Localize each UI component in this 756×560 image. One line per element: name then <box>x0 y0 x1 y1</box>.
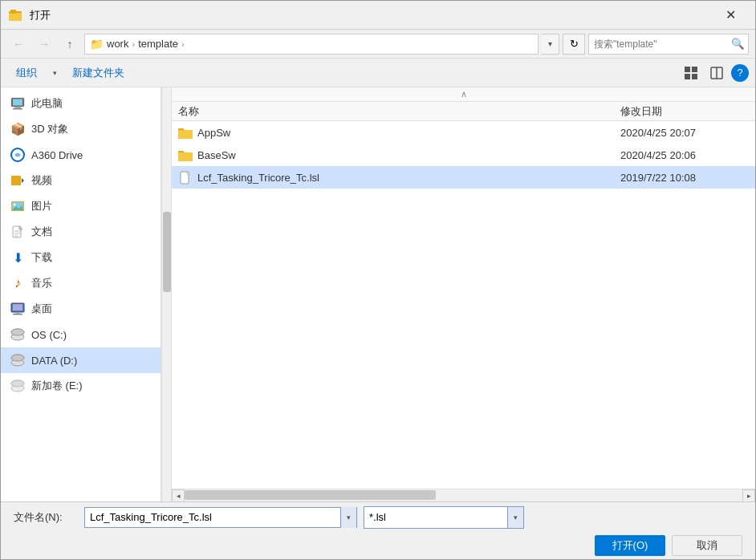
open-button[interactable]: 打开(O) <box>595 535 665 556</box>
file-name-appsw: AppSw <box>197 127 616 139</box>
file-list: AppSw 2020/4/25 20:07 BaseSw 2020/4/25 2… <box>172 121 755 489</box>
col-name-header[interactable]: 名称 <box>178 104 620 119</box>
folder-icon-appsw <box>178 125 193 140</box>
sidebar-label-music: 音乐 <box>31 276 52 290</box>
address-bar: 📁 work › template › <box>84 34 539 55</box>
horizontal-scrollbar[interactable]: ◂ ▸ <box>172 489 755 501</box>
address-segment-template[interactable]: template <box>138 38 178 50</box>
svg-rect-28 <box>13 314 22 315</box>
help-button[interactable]: ? <box>731 64 749 82</box>
back-button[interactable]: ← <box>7 33 30 55</box>
sidebar-label-os-c: OS (C:) <box>31 329 67 341</box>
sidebar-label-documents: 文档 <box>31 225 52 239</box>
svg-rect-11 <box>14 107 21 108</box>
svg-rect-1 <box>9 13 22 21</box>
sidebar-item-documents[interactable]: 文档 <box>1 219 161 245</box>
sidebar-item-this-pc[interactable]: 此电脑 <box>1 91 161 116</box>
cancel-button[interactable]: 取消 <box>672 535 742 556</box>
refresh-button[interactable]: ↻ <box>563 34 585 55</box>
dialog-icon <box>7 7 23 23</box>
scroll-track[interactable] <box>185 489 742 501</box>
a360-icon <box>10 148 25 162</box>
sidebar-label-data-d: DATA (D:) <box>31 355 77 367</box>
sort-up-arrow: ∧ <box>461 89 467 99</box>
sidebar-item-downloads[interactable]: ⬇ 下载 <box>1 245 161 270</box>
this-pc-icon <box>10 96 25 111</box>
address-chevron-1: › <box>132 39 135 49</box>
buttons-row: 打开(O) 取消 <box>14 535 742 556</box>
content-area: 此电脑 📦 3D 对象 A360 Drive <box>1 87 755 501</box>
sidebar-item-data-d[interactable]: DATA (D:) <box>1 347 161 373</box>
navigation-bar: ← → ↑ 📁 work › template › ▾ ↻ 🔍 <box>1 30 755 59</box>
scroll-left-button[interactable]: ◂ <box>172 489 185 501</box>
scroll-right-button[interactable]: ▸ <box>742 489 755 501</box>
os-c-icon <box>10 327 25 342</box>
search-box: 🔍 <box>588 34 749 55</box>
sidebar-item-desktop[interactable]: 桌面 <box>1 296 161 322</box>
file-row-lcf[interactable]: Lcf_Tasking_Tricore_Tc.lsl 2019/7/22 10:… <box>172 166 755 189</box>
action-buttons: 打开(O) 取消 <box>595 535 742 556</box>
up-button[interactable]: ↑ <box>59 33 81 55</box>
sidebar-item-pictures[interactable]: 图片 <box>1 193 161 219</box>
filename-row: 文件名(N): ▾ *.lsl ▾ <box>14 506 742 529</box>
file-open-dialog: 打开 ✕ ← → ↑ 📁 work › template › ▾ ↻ 🔍 组织 … <box>0 0 756 560</box>
sidebar-label-a360: A360 Drive <box>31 149 83 161</box>
filetype-dropdown-button[interactable]: ▾ <box>507 507 523 528</box>
col-date-header[interactable]: 修改日期 <box>620 104 749 119</box>
view-split-button[interactable] <box>705 62 728 84</box>
downloads-icon: ⬇ <box>10 250 25 265</box>
file-date-basesw: 2020/4/25 20:06 <box>620 149 749 161</box>
folder-icon-basesw <box>178 148 193 162</box>
music-icon: ♪ <box>10 276 25 290</box>
file-scroll-area: ∧ 名称 修改日期 <box>172 87 755 489</box>
svg-point-36 <box>11 355 24 361</box>
sidebar-item-os-c[interactable]: OS (C:) <box>1 322 161 347</box>
address-dropdown-button[interactable]: ▾ <box>542 34 559 55</box>
file-row-appsw[interactable]: AppSw 2020/4/25 20:07 <box>172 121 755 144</box>
search-button[interactable]: 🔍 <box>727 34 748 55</box>
view-grid-button[interactable] <box>680 62 702 84</box>
sidebar-item-a360[interactable]: A360 Drive <box>1 142 161 168</box>
svg-marker-15 <box>22 178 24 183</box>
sort-arrow-row: ∧ <box>172 87 755 102</box>
sidebar-scrollbar[interactable] <box>161 87 171 501</box>
filename-input[interactable] <box>85 511 340 523</box>
address-segment-work[interactable]: work <box>107 38 128 50</box>
file-list-header: 名称 修改日期 <box>172 102 755 121</box>
sidebar-label-this-pc: 此电脑 <box>31 96 63 111</box>
pictures-icon <box>10 199 25 213</box>
svg-rect-6 <box>692 74 697 79</box>
organize-dropdown[interactable]: ▾ <box>49 62 60 84</box>
file-date-lcf: 2019/7/22 10:08 <box>620 172 749 184</box>
documents-icon <box>10 225 25 239</box>
svg-point-32 <box>11 329 24 335</box>
sidebar-label-pictures: 图片 <box>31 199 52 213</box>
sidebar-label-desktop: 桌面 <box>31 302 52 316</box>
bottom-bar: 文件名(N): ▾ *.lsl ▾ 打开(O) 取消 <box>1 501 755 559</box>
sidebar-label-3d-objects: 3D 对象 <box>31 122 68 136</box>
organize-label: 组织 <box>16 66 37 80</box>
new-folder-button[interactable]: 新建文件夹 <box>63 62 133 84</box>
file-row-basesw[interactable]: BaseSw 2020/4/25 20:06 <box>172 144 755 166</box>
svg-point-40 <box>11 380 24 387</box>
file-date-appsw: 2020/4/25 20:07 <box>620 127 749 139</box>
organize-button[interactable]: 组织 <box>7 62 46 84</box>
search-input[interactable] <box>589 39 727 50</box>
toolbar: 组织 ▾ 新建文件夹 ? <box>1 59 755 87</box>
sidebar-item-music[interactable]: ♪ 音乐 <box>1 270 161 296</box>
data-d-icon <box>10 353 25 367</box>
svg-rect-4 <box>692 67 697 72</box>
title-bar: 打开 ✕ <box>1 1 755 30</box>
sidebar-scrollbar-thumb <box>163 212 171 292</box>
sidebar-item-new-e[interactable]: 新加卷 (E:) <box>1 373 161 399</box>
sidebar-item-3d-objects[interactable]: 📦 3D 对象 <box>1 116 161 142</box>
close-button[interactable]: ✕ <box>712 2 749 28</box>
file-name-basesw: BaseSw <box>197 149 616 161</box>
filetype-text: *.lsl <box>364 507 507 528</box>
svg-rect-2 <box>10 10 16 14</box>
videos-icon <box>10 173 25 188</box>
forward-button[interactable]: → <box>33 33 55 55</box>
filename-dropdown-button[interactable]: ▾ <box>340 507 356 528</box>
sidebar-item-videos[interactable]: 视频 <box>1 168 161 193</box>
svg-rect-10 <box>13 99 22 106</box>
